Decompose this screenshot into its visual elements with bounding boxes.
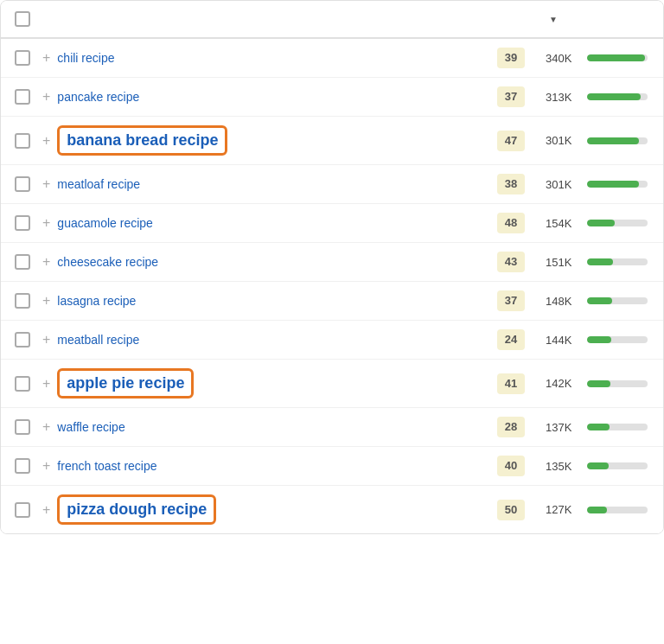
volume-bar-background — [587, 462, 648, 469]
kd-badge: 41 — [497, 373, 525, 394]
row-checkbox[interactable] — [15, 89, 30, 105]
add-icon[interactable]: + — [42, 332, 50, 348]
keyword-wrapper: pancake recipe — [57, 90, 139, 104]
keyword-cell: + meatball recipe — [42, 332, 476, 348]
add-icon[interactable]: + — [42, 176, 50, 192]
keyword-cell: + apple pie recipe — [42, 368, 476, 399]
row-select-area — [15, 293, 42, 309]
select-all-checkbox[interactable] — [15, 11, 30, 27]
row-checkbox[interactable] — [15, 50, 30, 66]
row-checkbox[interactable] — [15, 215, 30, 231]
volume-bar-fill — [587, 462, 609, 469]
add-icon[interactable]: + — [42, 419, 50, 435]
volume-cell: 301K — [546, 178, 649, 191]
volume-bar-background — [587, 220, 648, 226]
row-checkbox[interactable] — [15, 176, 30, 192]
row-checkbox[interactable] — [15, 133, 30, 149]
add-icon[interactable]: + — [42, 293, 50, 309]
keyword-link[interactable]: pizza dough recipe — [67, 501, 207, 518]
keyword-link[interactable]: guacamole recipe — [57, 216, 153, 230]
add-icon[interactable]: + — [42, 376, 50, 392]
keyword-wrapper: meatball recipe — [57, 333, 139, 347]
keyword-wrapper: meatloaf recipe — [57, 177, 140, 191]
keyword-wrapper: french toast recipe — [57, 459, 156, 473]
volume-cell: 142K — [546, 377, 649, 390]
keyword-link[interactable]: chili recipe — [57, 51, 114, 65]
keyword-cell: + pancake recipe — [42, 89, 476, 105]
keyword-cell: + banana bread recipe — [42, 125, 476, 156]
kd-badge: 38 — [497, 174, 525, 194]
volume-bar-fill — [587, 507, 607, 513]
kd-cell: 41 — [476, 373, 546, 394]
row-select-area — [15, 332, 42, 348]
add-icon[interactable]: + — [42, 254, 50, 270]
volume-value: 151K — [546, 256, 578, 269]
row-checkbox[interactable] — [15, 376, 30, 392]
keyword-wrapper: guacamole recipe — [57, 216, 153, 230]
kd-badge: 47 — [497, 131, 525, 151]
kd-cell: 40 — [476, 456, 546, 476]
kd-cell: 39 — [476, 48, 546, 68]
volume-cell: 151K — [546, 256, 649, 269]
add-icon[interactable]: + — [42, 458, 50, 474]
volume-bar-fill — [587, 220, 615, 226]
keyword-wrapper: chili recipe — [57, 51, 114, 65]
row-select-area — [15, 502, 42, 518]
row-checkbox[interactable] — [15, 332, 30, 348]
kd-cell: 28 — [476, 417, 546, 437]
row-checkbox[interactable] — [15, 419, 30, 435]
volume-cell: 148K — [546, 295, 649, 308]
add-icon[interactable]: + — [42, 215, 50, 231]
row-select-area — [15, 458, 42, 474]
volume-cell: 135K — [546, 460, 649, 473]
add-icon[interactable]: + — [42, 502, 50, 518]
keyword-link[interactable]: banana bread recipe — [67, 131, 218, 149]
table-row: + waffle recipe 28 137K — [1, 408, 663, 447]
volume-bar-background — [587, 380, 648, 387]
table-row: + pancake recipe 37 313K — [1, 78, 663, 117]
table-row: + lasagna recipe 37 148K — [1, 282, 663, 321]
keyword-link[interactable]: apple pie recipe — [67, 374, 184, 392]
volume-bar-background — [587, 93, 648, 100]
kd-badge: 43 — [497, 252, 525, 272]
row-checkbox[interactable] — [15, 254, 30, 270]
row-checkbox[interactable] — [15, 502, 30, 518]
add-icon[interactable]: + — [42, 133, 50, 149]
row-select-area — [15, 50, 42, 66]
volume-column-header[interactable]: ▼ — [546, 15, 649, 24]
keyword-link[interactable]: cheesecake recipe — [57, 255, 158, 269]
table-row: + apple pie recipe 41 142K — [1, 360, 663, 408]
kd-badge: 48 — [497, 213, 525, 233]
keyword-link[interactable]: waffle recipe — [57, 420, 124, 434]
row-select-area — [15, 176, 42, 192]
table-row: + cheesecake recipe 43 151K — [1, 243, 663, 282]
table-row: + french toast recipe 40 135K — [1, 447, 663, 486]
keyword-link[interactable]: pancake recipe — [57, 90, 139, 104]
add-icon[interactable]: + — [42, 50, 50, 66]
volume-bar-fill — [587, 380, 610, 387]
volume-value: 135K — [546, 460, 578, 473]
row-checkbox[interactable] — [15, 458, 30, 474]
kd-badge: 40 — [497, 456, 525, 476]
kd-cell: 43 — [476, 252, 546, 272]
row-checkbox[interactable] — [15, 293, 30, 309]
volume-value: 142K — [546, 377, 578, 390]
add-icon[interactable]: + — [42, 89, 50, 105]
keyword-wrapper: waffle recipe — [57, 420, 124, 434]
keyword-link[interactable]: meatball recipe — [57, 333, 139, 347]
row-select-area — [15, 254, 42, 270]
row-select-area — [15, 419, 42, 435]
volume-value: 313K — [546, 91, 578, 104]
keyword-link[interactable]: meatloaf recipe — [57, 177, 140, 191]
volume-value: 301K — [546, 134, 578, 147]
kd-cell: 50 — [476, 500, 546, 520]
keyword-wrapper: pizza dough recipe — [57, 494, 216, 525]
keyword-link[interactable]: lasagna recipe — [57, 294, 136, 308]
keyword-link[interactable]: french toast recipe — [57, 459, 156, 473]
row-select-area — [15, 89, 42, 105]
volume-bar-background — [587, 258, 648, 265]
volume-bar-fill — [587, 93, 641, 100]
kd-cell: 48 — [476, 213, 546, 233]
keyword-wrapper: apple pie recipe — [57, 368, 194, 399]
kd-badge: 24 — [497, 329, 525, 350]
